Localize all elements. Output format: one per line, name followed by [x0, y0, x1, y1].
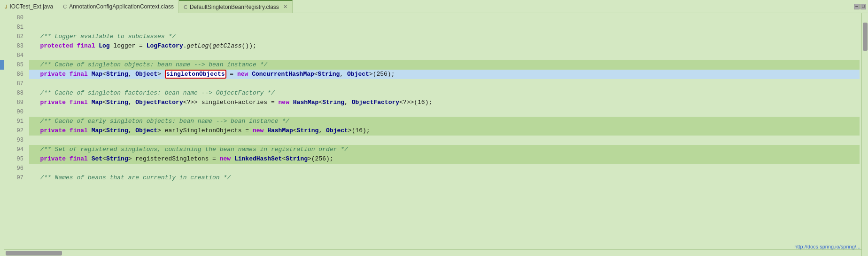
code-line-94: /** Set of registered singletons, contai…	[29, 145, 860, 154]
tab-annotationconfig[interactable]: C AnnotationConfigApplicationContext.cla…	[58, 0, 179, 13]
scrollbar-thumb-v[interactable]	[863, 23, 868, 51]
line-num-92: 92	[6, 126, 23, 136]
tab-bar: J IOCTest_Ext.java C AnnotationConfigApp…	[0, 0, 868, 13]
code-line-97: /** Names of beans that are currently in…	[29, 173, 860, 183]
line-numbers: 80 81 82 83 84 85 86 87 88 89 90 91 92 9…	[4, 13, 27, 256]
line-num-85: 85	[6, 60, 23, 70]
code-line-89: private final Map<String, ObjectFactory<…	[29, 98, 860, 107]
editor-container: 80 81 82 83 84 85 86 87 88 89 90 91 92 9…	[0, 13, 868, 256]
line-num-88: 88	[6, 88, 23, 98]
code-line-95: private final Set<String> registeredSing…	[29, 154, 860, 164]
line-num-86: 86	[6, 70, 23, 79]
line-num-83: 83	[6, 41, 23, 51]
tab-close-icon[interactable]: ✕	[283, 4, 287, 10]
code-line-91: /** Cache of early singleton objects: be…	[29, 117, 860, 126]
line-num-93: 93	[6, 136, 23, 145]
code-line-93	[29, 136, 860, 145]
tab-icon-annotation: C	[63, 4, 67, 9]
line-num-90: 90	[6, 107, 23, 117]
line-marker-86	[0, 60, 4, 70]
code-area[interactable]: /** Logger available to subclasses */ pr…	[27, 13, 861, 256]
line-num-95: 95	[6, 154, 23, 164]
code-line-80	[29, 13, 860, 23]
line-num-87: 87	[6, 79, 23, 88]
code-line-90	[29, 107, 860, 117]
code-line-96	[29, 164, 860, 173]
horizontal-scrollbar[interactable]	[4, 249, 861, 256]
tab-ioctest[interactable]: J IOCTest_Ext.java	[0, 0, 58, 13]
line-num-82: 82	[6, 32, 23, 41]
tab-label-default: DefaultSingletonBeanRegistry.class	[190, 4, 279, 10]
code-line-85: /** Cache of singleton objects: bean nam…	[29, 60, 860, 70]
left-marker-bar	[0, 13, 4, 256]
status-bar-info: http://docs.spring.io/spring/...	[793, 244, 861, 249]
line-num-80: 80	[6, 13, 23, 23]
minimize-button[interactable]: —	[854, 4, 860, 9]
line-num-89: 89	[6, 98, 23, 107]
maximize-button[interactable]: □	[860, 4, 866, 9]
line-num-96: 96	[6, 164, 23, 173]
vertical-scrollbar[interactable]	[861, 13, 868, 256]
code-line-87	[29, 79, 860, 88]
tab-defaultsingleton[interactable]: C DefaultSingletonBeanRegistry.class ✕	[179, 0, 293, 13]
code-line-81	[29, 23, 860, 32]
window-controls: — □	[854, 4, 868, 9]
scrollbar-thumb-h[interactable]	[6, 251, 62, 256]
line-num-94: 94	[6, 145, 23, 154]
code-line-86: private final Map<String, Object> single…	[29, 70, 860, 79]
line-num-81: 81	[6, 23, 23, 32]
code-line-92: private final Map<String, Object> earlyS…	[29, 126, 860, 136]
line-num-97: 97	[6, 173, 23, 183]
code-line-88: /** Cache of singleton factories: bean n…	[29, 88, 860, 98]
tab-label-ioctest: IOCTest_Ext.java	[10, 3, 54, 10]
line-num-91: 91	[6, 117, 23, 126]
tab-icon-default: C	[184, 4, 187, 10]
code-line-82: /** Logger available to subclasses */	[29, 32, 860, 41]
tab-icon-java: J	[5, 4, 8, 9]
tab-label-annotation: AnnotationConfigApplicationContext.class	[69, 3, 174, 10]
code-line-83: protected final Log logger = LogFactory.…	[29, 41, 860, 51]
code-line-84	[29, 51, 860, 60]
line-num-84: 84	[6, 51, 23, 60]
